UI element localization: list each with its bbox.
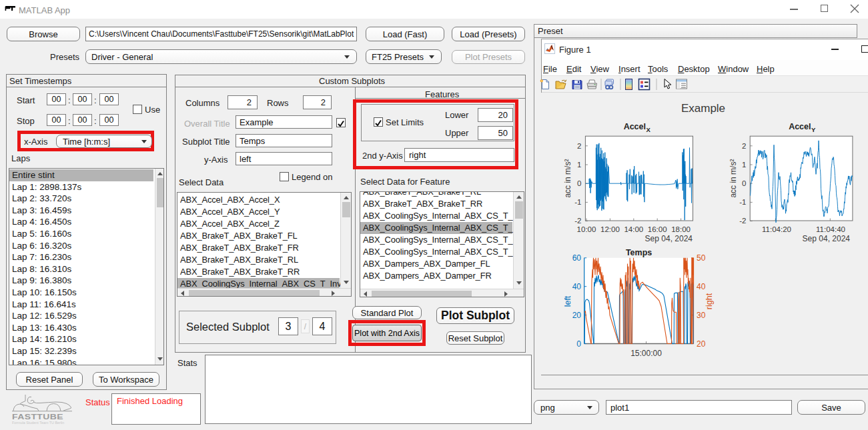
svg-text:12:00: 12:00 <box>600 225 620 233</box>
svg-text:Temps: Temps <box>626 248 652 257</box>
svg-text:-1: -1 <box>574 198 581 206</box>
svg-text:Sep 04, 2024: Sep 04, 2024 <box>803 234 851 243</box>
svg-text:Accel: Accel <box>789 122 811 131</box>
svg-text:40: 40 <box>697 282 706 291</box>
svg-text:-1: -1 <box>739 198 746 206</box>
svg-text:20: 20 <box>572 311 582 320</box>
svg-text:18:00: 18:00 <box>671 225 691 233</box>
svg-text:0: 0 <box>576 339 581 349</box>
svg-text:acc in m/s²: acc in m/s² <box>563 159 572 198</box>
svg-text:10:00: 10:00 <box>577 225 596 233</box>
svg-text:20: 20 <box>697 339 706 349</box>
svg-text:acc in m/s²: acc in m/s² <box>729 159 738 198</box>
svg-text:1: 1 <box>742 161 746 169</box>
svg-text:14:00: 14:00 <box>624 225 643 233</box>
svg-text:X: X <box>646 126 651 133</box>
svg-text:15:00:00: 15:00:00 <box>630 349 662 358</box>
svg-text:11:04:40: 11:04:40 <box>816 225 845 233</box>
svg-text:Accel: Accel <box>624 122 646 131</box>
svg-text:-2: -2 <box>739 217 746 225</box>
svg-text:-2: -2 <box>574 217 581 225</box>
svg-text:2: 2 <box>577 142 581 150</box>
svg-text:Formula Student Team TU Berlin: Formula Student Team TU Berlin <box>12 421 64 425</box>
svg-text:50: 50 <box>697 253 706 263</box>
svg-text:30: 30 <box>697 311 706 320</box>
svg-text:40: 40 <box>572 282 582 291</box>
svg-text:2: 2 <box>742 142 746 150</box>
svg-text:0: 0 <box>577 179 581 187</box>
svg-text:Example: Example <box>681 102 725 115</box>
svg-text:60: 60 <box>572 253 582 263</box>
svg-text:1: 1 <box>577 161 581 169</box>
svg-text:Sep 04, 2024: Sep 04, 2024 <box>645 234 693 243</box>
svg-text:16:00: 16:00 <box>648 225 667 233</box>
svg-text:0: 0 <box>742 179 746 187</box>
svg-text:right: right <box>705 293 714 309</box>
svg-text:Y: Y <box>811 126 816 133</box>
svg-text:11:04:20: 11:04:20 <box>762 225 791 233</box>
svg-text:left: left <box>563 295 572 307</box>
